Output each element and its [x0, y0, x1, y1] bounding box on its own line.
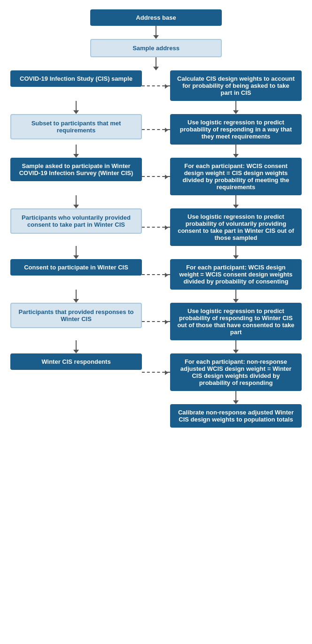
address-base-box: Address base	[90, 9, 222, 26]
left-arrow-5	[10, 290, 142, 303]
arrows-row-7	[10, 391, 302, 404]
wcis-consent-weight-box: For each participant: WCIS consent desig…	[170, 158, 302, 195]
calc-design-weights-box: Calculate CIS design weights to account …	[170, 70, 302, 101]
arrow-7	[73, 195, 79, 208]
calc-weights-col: Calculate CIS design weights to account …	[170, 70, 302, 101]
row-2: Subset to participants that met requirem…	[10, 114, 302, 145]
left-arrow-3	[10, 195, 142, 208]
connector-gap-4	[142, 208, 170, 246]
logistic-response-col: Use logistic regression to predict proba…	[170, 303, 302, 340]
wcis-design-col: For each participant: WCIS design weight…	[170, 259, 302, 290]
dashed-line-7	[142, 372, 170, 373]
connector-gap-1	[142, 70, 170, 101]
logistic-consent-box: Use logistic regression to predict proba…	[170, 208, 302, 246]
responses-winter-col: Participants that provided responses to …	[10, 303, 142, 340]
arrow-13	[73, 340, 79, 353]
left-arrow-1	[10, 101, 142, 114]
arrows-row-5	[10, 290, 302, 303]
address-base-section: Address base	[10, 9, 302, 26]
logistic-req-col: Use logistic regression to predict proba…	[170, 114, 302, 145]
non-response-weight-box: For each participant: non-response adjus…	[170, 353, 302, 391]
right-arrow-4	[170, 246, 302, 259]
connector-gap-7	[142, 353, 170, 391]
arrow-5	[73, 145, 79, 158]
winter-respondents-box: Winter CIS respondents	[10, 353, 142, 370]
right-arrow-6	[170, 340, 302, 353]
row-6: Participants that provided responses to …	[10, 303, 302, 340]
non-response-col: For each participant: non-response adjus…	[170, 353, 302, 391]
arrows-row-6	[10, 340, 302, 353]
connector-gap-6	[142, 303, 170, 340]
row-7: Winter CIS respondents For each particip…	[10, 353, 302, 391]
dashed-line-3	[142, 176, 170, 177]
arrow-8	[233, 195, 239, 208]
responses-winter-box: Participants that provided responses to …	[10, 303, 142, 328]
right-arrow-5	[170, 290, 302, 303]
right-arrow-2	[170, 145, 302, 158]
subset-requirements-box: Subset to participants that met requirem…	[10, 114, 142, 139]
arrow-3	[73, 101, 79, 114]
wcis-consent-col: For each participant: WCIS consent desig…	[170, 158, 302, 195]
dashed-line-5	[142, 274, 170, 275]
voluntary-consent-col: Participants who voluntarily provided co…	[10, 208, 142, 246]
connector-gap-2	[142, 114, 170, 145]
connector-gap-3	[142, 158, 170, 195]
row-5: Consent to participate in Winter CIS For…	[10, 259, 302, 290]
left-arrow-4	[10, 246, 142, 259]
logistic-response-box: Use logistic regression to predict proba…	[170, 303, 302, 340]
arrows-row-1	[10, 101, 302, 114]
arrow-6	[233, 145, 239, 158]
sample-winter-col: Sample asked to participate in Winter CO…	[10, 158, 142, 195]
arrow-10	[233, 246, 239, 259]
logistic-consent-col: Use logistic regression to predict proba…	[170, 208, 302, 246]
right-arrow-3	[170, 195, 302, 208]
arrow-4	[233, 101, 239, 114]
arrows-row-3	[10, 195, 302, 208]
flowchart: Address base Sample address COVID-19 Inf…	[10, 9, 302, 635]
left-arrow-2	[10, 145, 142, 158]
left-arrow-6	[10, 340, 142, 353]
row-3: Sample asked to participate in Winter CO…	[10, 158, 302, 195]
subset-req-col: Subset to participants that met requirem…	[10, 114, 142, 145]
wcis-design-weight-box: For each participant: WCIS design weight…	[170, 259, 302, 290]
row-1: COVID-19 Infection Study (CIS) sample Ca…	[10, 70, 302, 101]
calibrate-col: Calibrate non-response adjusted Winter C…	[170, 404, 302, 428]
dashed-line-4	[142, 227, 170, 228]
sample-address-box: Sample address	[90, 39, 222, 57]
left-arrow-7-spacer	[10, 391, 142, 404]
dashed-line-1	[142, 85, 170, 86]
arrows-row-2	[10, 145, 302, 158]
cis-sample-box: COVID-19 Infection Study (CIS) sample	[10, 70, 142, 87]
cis-sample-col: COVID-19 Infection Study (CIS) sample	[10, 70, 142, 101]
dashed-line-6	[142, 321, 170, 322]
sample-address-section: Sample address	[10, 39, 302, 57]
dashed-line-2	[142, 129, 170, 130]
row-4: Participants who voluntarily provided co…	[10, 208, 302, 246]
arrow-11	[73, 290, 79, 303]
right-arrow-1	[170, 101, 302, 114]
calibrate-box: Calibrate non-response adjusted Winter C…	[170, 404, 302, 428]
connector-gap-5	[142, 259, 170, 290]
arrow-12	[233, 290, 239, 303]
sample-winter-box: Sample asked to participate in Winter CO…	[10, 158, 142, 181]
consent-winter-col: Consent to participate in Winter CIS	[10, 259, 142, 290]
arrow-1	[153, 26, 159, 39]
consent-winter-box: Consent to participate in Winter CIS	[10, 259, 142, 276]
winter-respondents-col: Winter CIS respondents	[10, 353, 142, 391]
arrow-14	[233, 340, 239, 353]
arrow-9	[73, 246, 79, 259]
arrows-row-4	[10, 246, 302, 259]
arrow-2	[153, 57, 159, 70]
voluntary-consent-box: Participants who voluntarily provided co…	[10, 208, 142, 234]
right-arrow-7	[170, 391, 302, 404]
logistic-requirements-box: Use logistic regression to predict proba…	[170, 114, 302, 145]
calibrate-section: Calibrate non-response adjusted Winter C…	[10, 404, 302, 428]
arrow-15	[233, 391, 239, 404]
